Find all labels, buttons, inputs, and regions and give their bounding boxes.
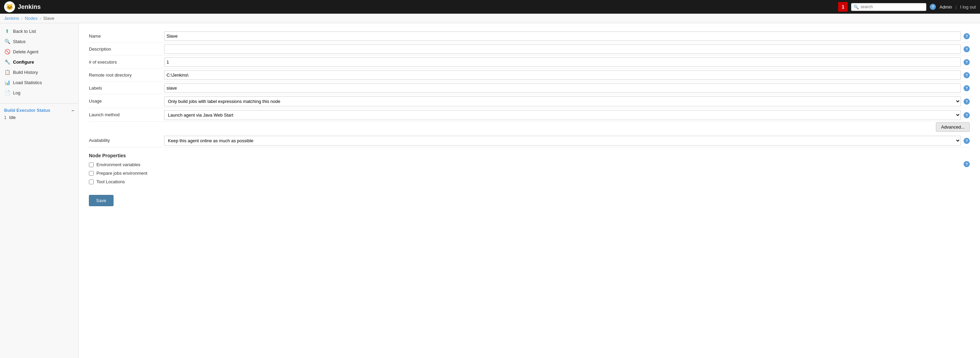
search-icon-sidebar: 🔍 — [4, 38, 10, 45]
label-launch-method: Launch method — [89, 109, 164, 120]
input-remote-root[interactable] — [164, 70, 961, 80]
node-properties-content: Environment variables Prepare jobs envir… — [89, 161, 970, 187]
header-right: 1 🔍 ? Admin | I log out — [838, 2, 976, 12]
checkboxes-list: Environment variables Prepare jobs envir… — [89, 161, 961, 187]
label-description: Description — [89, 43, 164, 54]
sidebar-item-build-history[interactable]: 📋 Build History — [0, 67, 78, 77]
label-labels: Labels — [89, 82, 164, 93]
label-tool-locations[interactable]: Tool Locations — [96, 179, 125, 184]
node-properties-title: Node Properties — [89, 153, 970, 158]
help-name[interactable]: ? — [964, 33, 970, 39]
breadcrumb-nodes[interactable]: Nodes — [25, 16, 38, 21]
delete-icon: 🚫 — [4, 49, 10, 55]
breadcrumb: Jenkins › Nodes › Slave — [0, 14, 980, 23]
wrench-icon: 🔧 — [4, 59, 10, 65]
sidebar-item-status[interactable]: 🔍 Status — [0, 36, 78, 46]
executor-row-1: 1 Idle — [0, 114, 78, 121]
select-launch-method[interactable]: Launch agent via Java Web Start — [164, 110, 961, 120]
build-executor-title[interactable]: Build Executor Status — [4, 108, 50, 113]
select-availability[interactable]: Keep this agent online as much as possib… — [164, 136, 961, 146]
sidebar-label-delete-agent: Delete Agent — [13, 49, 38, 54]
breadcrumb-sep-1: › — [21, 16, 22, 21]
checkbox-env-vars[interactable] — [89, 162, 94, 167]
help-usage[interactable]: ? — [964, 99, 970, 105]
form-row-name: Name ? — [89, 30, 970, 42]
sidebar-label-load-statistics: Load Statistics — [13, 80, 42, 85]
help-executors[interactable]: ? — [964, 59, 970, 65]
label-env-vars[interactable]: Environment variables — [96, 162, 140, 167]
jenkins-logo: 🐱 — [4, 2, 15, 12]
input-executors[interactable] — [164, 57, 961, 67]
advanced-button[interactable]: Advanced... — [936, 123, 970, 132]
help-description[interactable]: ? — [964, 46, 970, 53]
help-icon-header[interactable]: ? — [930, 4, 936, 10]
form-row-labels: Labels ? — [89, 82, 970, 94]
sidebar-label-status: Status — [13, 39, 25, 44]
header-left: 🐱 Jenkins — [4, 2, 41, 12]
sidebar: ⬆ Back to List 🔍 Status 🚫 Delete Agent 🔧… — [0, 23, 79, 358]
label-executors: # of executors — [89, 56, 164, 67]
up-arrow-icon: ⬆ — [4, 28, 10, 34]
executor-status: Idle — [9, 115, 16, 120]
field-availability: Keep this agent online as much as possib… — [164, 134, 970, 147]
logout-link[interactable]: I log out — [960, 5, 976, 10]
form-row-executors: # of executors ? — [89, 56, 970, 68]
checkbox-row-tool-locations: Tool Locations — [89, 178, 961, 185]
label-usage: Usage — [89, 95, 164, 107]
help-labels[interactable]: ? — [964, 85, 970, 91]
breadcrumb-sep-2: › — [40, 16, 41, 21]
notification-badge[interactable]: 1 — [838, 2, 848, 12]
checkbox-row-prepare-jobs: Prepare jobs environment — [89, 170, 961, 177]
breadcrumb-slave: Slave — [43, 16, 54, 21]
save-btn-row: Save — [89, 195, 970, 206]
checkbox-row-env-vars: Environment variables — [89, 161, 961, 168]
chart-icon: 📊 — [4, 80, 10, 86]
form-row-launch-method: Launch method Launch agent via Java Web … — [89, 109, 970, 122]
sidebar-item-log[interactable]: 📄 Log — [0, 88, 78, 98]
field-labels: ? — [164, 82, 970, 94]
field-launch-method: Launch agent via Java Web Start ? — [164, 109, 970, 121]
save-button[interactable]: Save — [89, 195, 113, 206]
label-name: Name — [89, 30, 164, 41]
advanced-btn-row: Advanced... — [89, 123, 970, 132]
header-separator: | — [955, 5, 956, 10]
build-executor-minimize-button[interactable]: – — [72, 108, 74, 113]
sidebar-item-configure[interactable]: 🔧 Configure — [0, 57, 78, 67]
label-remote-root: Remote root directory — [89, 69, 164, 80]
select-usage[interactable]: Only build jobs with label expressions m… — [164, 96, 961, 107]
user-name[interactable]: Admin — [939, 5, 952, 10]
input-name[interactable] — [164, 32, 961, 41]
sidebar-item-load-statistics[interactable]: 📊 Load Statistics — [0, 77, 78, 88]
sidebar-label-build-history: Build History — [13, 70, 38, 75]
search-icon: 🔍 — [853, 5, 859, 10]
sidebar-label-log: Log — [13, 90, 21, 95]
label-availability: Availability — [89, 134, 164, 146]
form-row-remote-root: Remote root directory ? — [89, 69, 970, 81]
header: 🐱 Jenkins 1 🔍 ? Admin | I log out — [0, 0, 980, 14]
input-description[interactable] — [164, 45, 961, 54]
form-row-availability: Availability Keep this agent online as m… — [89, 134, 970, 147]
sidebar-label-configure: Configure — [13, 59, 34, 65]
breadcrumb-jenkins[interactable]: Jenkins — [4, 16, 19, 21]
input-labels[interactable] — [164, 83, 961, 93]
node-properties: Node Properties Environment variables Pr… — [89, 153, 970, 187]
field-name: ? — [164, 30, 970, 42]
search-input[interactable] — [860, 5, 922, 9]
checkbox-prepare-jobs[interactable] — [89, 171, 94, 176]
help-availability[interactable]: ? — [964, 138, 970, 144]
executor-num: 1 — [4, 115, 6, 120]
form-row-description: Description ? — [89, 43, 970, 56]
help-node-properties[interactable]: ? — [964, 161, 970, 167]
help-launch-method[interactable]: ? — [964, 112, 970, 118]
log-icon: 📄 — [4, 89, 10, 96]
content: Name ? Description ? # of executors ? Re… — [79, 23, 980, 358]
help-remote-root[interactable]: ? — [964, 72, 970, 78]
checkbox-tool-locations[interactable] — [89, 180, 94, 184]
list-icon: 📋 — [4, 69, 10, 75]
sidebar-item-delete-agent[interactable]: 🚫 Delete Agent — [0, 46, 78, 57]
build-executor: Build Executor Status – 1 Idle — [0, 103, 78, 124]
sidebar-item-back-to-list[interactable]: ⬆ Back to List — [0, 26, 78, 36]
sidebar-label-back-to-list: Back to List — [13, 29, 36, 34]
jenkins-title[interactable]: Jenkins — [18, 3, 41, 11]
label-prepare-jobs[interactable]: Prepare jobs environment — [96, 170, 147, 176]
